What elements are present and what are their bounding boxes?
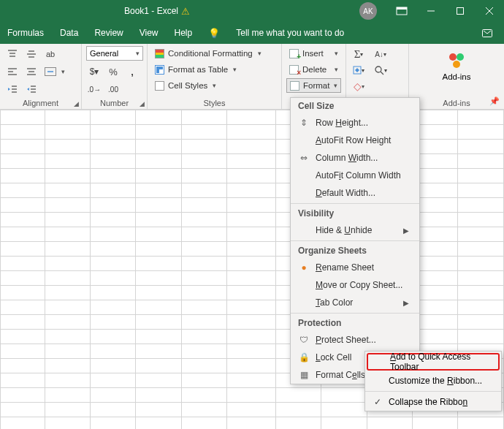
ribbon-display-options-button[interactable] — [387, 7, 416, 15]
check-icon: ✓ — [373, 397, 383, 407]
conditional-formatting-button[interactable]: Conditional Formatting▾ — [152, 46, 277, 61]
context-add-qat[interactable]: Add to Quick Access Toolbar — [367, 353, 500, 371]
menu-hide-unhide[interactable]: Hide & Unhide▶ — [291, 221, 419, 239]
decrease-decimal-button[interactable]: .00 — [105, 81, 121, 97]
lock-icon: 🔒 — [298, 352, 310, 362]
format-dropdown-menu: Cell Size ⇕ Row Height... AutoFit Row He… — [290, 97, 420, 384]
title-bar: Book1 - Excel ⚠ AK — [0, 0, 504, 22]
svg-point-34 — [457, 53, 464, 61]
window-title-area: Book1 - Excel ⚠ — [124, 6, 190, 17]
merge-center-button[interactable] — [42, 64, 58, 80]
autosum-button[interactable]: Σ▾ — [351, 46, 367, 62]
svg-point-33 — [449, 53, 457, 61]
align-center-button[interactable] — [23, 64, 39, 80]
minimize-button[interactable] — [416, 0, 446, 22]
increase-indent-button[interactable] — [23, 81, 39, 97]
cell-styles-icon — [155, 81, 164, 91]
format-cells-icon: ▦ — [298, 370, 310, 380]
close-button[interactable] — [475, 0, 504, 22]
menu-column-width[interactable]: ⇔ Column Width... — [291, 149, 419, 167]
insert-cells-button[interactable]: Insert ▾ — [286, 46, 341, 61]
svg-point-35 — [453, 61, 460, 68]
svg-rect-3 — [457, 8, 464, 15]
align-top-button[interactable] — [4, 46, 20, 62]
share-button[interactable] — [482, 28, 494, 38]
addins-button-label[interactable]: Add-ins — [443, 72, 471, 81]
wrap-text-button[interactable]: ab — [42, 46, 58, 62]
svg-marker-30 — [355, 68, 359, 72]
format-as-table-button[interactable]: Format as Table▾ — [152, 62, 277, 77]
accounting-format-button[interactable]: $▾ — [86, 64, 102, 80]
delete-icon — [289, 65, 299, 75]
alignment-dialog-launcher[interactable]: ◢ — [74, 100, 79, 107]
increase-decimal-button[interactable]: .0→ — [86, 81, 102, 97]
menu-header-visibility: Visibility — [291, 205, 419, 221]
menu-header-cellsize: Cell Size — [291, 98, 419, 114]
find-select-button[interactable]: ▾ — [373, 62, 389, 78]
clear-button[interactable]: ◇▾ — [351, 78, 367, 94]
svg-rect-1 — [397, 7, 407, 10]
group-number: General ▾ $▾ % , .0→ .00 Number ◢ — [82, 44, 148, 109]
user-avatar[interactable]: AK — [359, 2, 377, 20]
number-format-combo[interactable]: General ▾ — [86, 46, 143, 61]
tab-data[interactable]: Data — [60, 28, 78, 38]
ribbon-context-menu: Add to Quick Access Toolbar Customize th… — [364, 351, 502, 411]
fill-button[interactable]: ▾ — [351, 62, 367, 78]
menu-header-organize: Organize Sheets — [291, 243, 419, 259]
conditional-formatting-icon — [155, 49, 164, 58]
insert-icon — [289, 49, 299, 58]
align-middle-button[interactable] — [23, 46, 39, 62]
group-alignment: ab ▾ Alignment ◢ — [0, 44, 82, 109]
cell-styles-button[interactable]: Cell Styles▾ — [152, 78, 277, 93]
format-icon — [290, 81, 299, 91]
ribbon-tab-bar: Formulas Data Review View Help 💡 Tell me… — [0, 22, 504, 44]
svg-point-31 — [375, 67, 381, 72]
column-width-icon: ⇔ — [298, 153, 310, 163]
context-customize-ribbon[interactable]: Customize the Ribbon... — [365, 372, 501, 390]
format-cells-button[interactable]: Format ▾ — [286, 78, 341, 93]
menu-default-width[interactable]: Default Width... — [291, 184, 419, 202]
maximize-button[interactable] — [446, 0, 475, 22]
tab-help[interactable]: Help — [175, 28, 193, 38]
tab-view[interactable]: View — [140, 28, 159, 38]
warning-icon: ⚠ — [181, 6, 190, 17]
menu-protect-sheet[interactable]: 🛡 Protect Sheet... — [291, 331, 419, 349]
protect-icon: 🛡 — [298, 335, 310, 345]
svg-line-32 — [381, 72, 383, 75]
svg-marker-28 — [27, 88, 29, 91]
menu-header-protection: Protection — [291, 315, 419, 331]
context-collapse-ribbon[interactable]: ✓ Collapse the Ribbon — [365, 393, 501, 411]
sort-filter-button[interactable]: A↓▾ — [373, 46, 389, 62]
group-styles: Conditional Formatting▾ Format as Table▾… — [148, 44, 282, 109]
group-label-number: Number — [82, 99, 147, 107]
table-icon — [155, 65, 164, 75]
number-format-value: General — [90, 49, 118, 58]
addins-icon[interactable] — [446, 50, 467, 71]
chevron-down-icon: ▾ — [136, 50, 140, 57]
window-title: Book1 - Excel — [124, 6, 178, 16]
menu-autofit-column[interactable]: AutoFit Column Width — [291, 167, 419, 184]
menu-tab-color[interactable]: Tab Color▶ — [291, 294, 419, 311]
number-dialog-launcher[interactable]: ◢ — [140, 100, 145, 107]
menu-move-copy[interactable]: Move or Copy Sheet... — [291, 276, 419, 294]
delete-cells-button[interactable]: Delete ▾ — [286, 62, 341, 77]
row-height-icon: ⇕ — [298, 118, 310, 128]
tell-me-search[interactable]: Tell me what you want to do — [236, 28, 344, 38]
percent-format-button[interactable]: % — [105, 64, 121, 80]
menu-rename-sheet[interactable]: ● Rename Sheet — [291, 259, 419, 276]
decrease-indent-button[interactable] — [4, 81, 20, 97]
menu-row-height[interactable]: ⇕ Row Height... — [291, 114, 419, 132]
ribbon: ab ▾ Alignment ◢ General — [0, 44, 504, 110]
rename-icon: ● — [298, 262, 310, 273]
align-left-button[interactable] — [4, 64, 20, 80]
comma-format-button[interactable]: , — [124, 64, 140, 80]
tab-review[interactable]: Review — [94, 28, 123, 38]
collapse-ribbon-pin[interactable]: 📌 — [489, 96, 500, 106]
svg-marker-24 — [8, 88, 10, 91]
group-label-alignment: Alignment — [0, 99, 81, 107]
group-label-styles: Styles — [148, 99, 281, 107]
lightbulb-icon: 💡 — [208, 28, 220, 39]
menu-autofit-row[interactable]: AutoFit Row Height — [291, 132, 419, 149]
tab-formulas[interactable]: Formulas — [7, 28, 44, 38]
